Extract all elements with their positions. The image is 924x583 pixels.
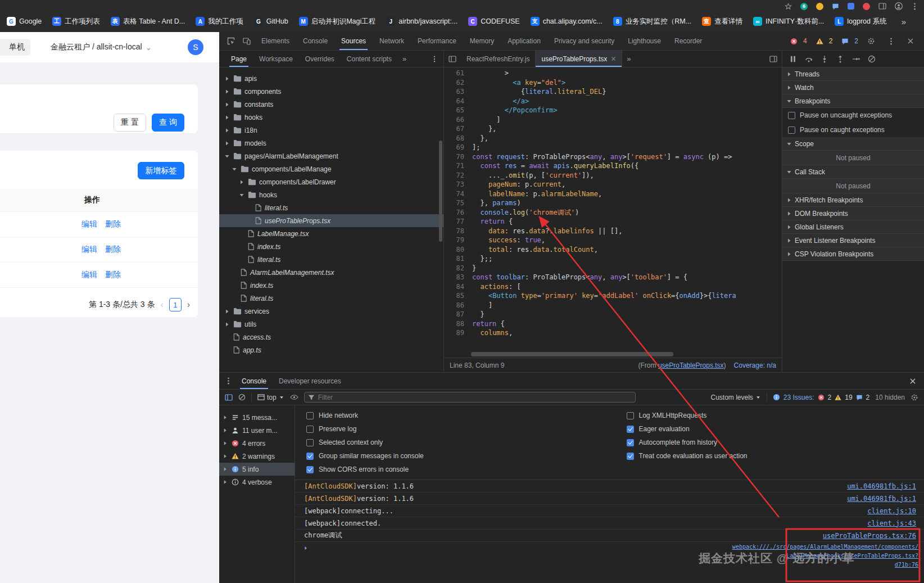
line-number[interactable]: 77	[444, 217, 464, 227]
section-breakpoints[interactable]: Breakpoints	[782, 94, 924, 108]
step-into-icon[interactable]	[821, 55, 828, 63]
tree-folder-hooks[interactable]: hooks	[219, 188, 443, 201]
deactivate-breakpoints-icon[interactable]	[868, 55, 876, 63]
delete-link[interactable]: 删除	[105, 219, 121, 229]
pause-script-icon[interactable]	[789, 55, 797, 63]
section-event-listener-breakpoints[interactable]: Event Listener Breakpoints	[782, 234, 924, 247]
line-number[interactable]: 82	[444, 264, 464, 273]
line-number[interactable]: 81	[444, 254, 464, 264]
bookmark-item-magi[interactable]: M启动并初识Magi工程	[299, 17, 376, 26]
delete-link[interactable]: 删除	[105, 270, 121, 280]
console-filter-2-warnings[interactable]: 2 warnings	[219, 450, 295, 463]
pagination-page-1[interactable]: 1	[169, 298, 182, 311]
tree-folder-models[interactable]: models	[219, 137, 443, 150]
tree-folder-components[interactable]: components	[219, 85, 443, 98]
step-icon[interactable]	[852, 55, 860, 63]
tree-file-index-ts[interactable]: index.ts	[219, 279, 443, 292]
checkbox-log-xmlhttprequests[interactable]	[627, 412, 634, 419]
checkbox-preserve-log[interactable]	[306, 426, 314, 433]
checkbox-eager-evaluation[interactable]	[627, 426, 634, 433]
code-area[interactable]: 61 >62 <a key="del">63 {literal.literal_…	[444, 67, 782, 351]
avatar[interactable]: S	[188, 39, 203, 55]
query-button[interactable]: 查 询	[152, 114, 184, 132]
checkbox-treat-code-evaluation-as-user-action[interactable]	[627, 453, 634, 460]
drawer-tab-developer-resources[interactable]: Developer resources	[273, 373, 347, 389]
line-number[interactable]: 89	[444, 328, 464, 338]
devtools-tab-network[interactable]: Network	[373, 32, 410, 50]
devtools-tab-elements[interactable]: Elements	[255, 32, 296, 50]
bookmark-item-chat-alipay-com-c[interactable]: 支chat.alipay.com/c...	[531, 17, 603, 26]
pagination-next-button[interactable]: ›	[187, 300, 190, 310]
close-drawer[interactable]	[909, 378, 916, 385]
section-global-listeners[interactable]: Global Listeners	[782, 220, 924, 234]
navigator-tab-overrides[interactable]: Overrides	[299, 51, 341, 67]
line-number[interactable]: 87	[444, 310, 464, 319]
console-filter-4-errors[interactable]: 4 errors	[219, 437, 295, 450]
edit-link[interactable]: 编辑	[81, 270, 97, 280]
section-dom-breakpoints[interactable]: DOM Breakpoints	[782, 207, 924, 220]
wrapped-source-line[interactable]: webpack:///./src/pages/AlarmLabelManagem…	[732, 543, 918, 552]
console-filter-5-info[interactable]: 5 info	[219, 463, 295, 476]
line-number[interactable]: 86	[444, 301, 464, 310]
tree-file-index-ts[interactable]: index.ts	[219, 240, 443, 253]
step-over-icon[interactable]	[805, 55, 813, 63]
devtools-tab-application[interactable]: Application	[501, 32, 547, 50]
devtools-tab-recorder[interactable]: Recorder	[668, 32, 708, 50]
console-sidebar-toggle-icon[interactable]	[225, 394, 233, 401]
section-threads[interactable]: Threads	[782, 67, 924, 81]
checkbox-autocomplete-from-history[interactable]	[627, 439, 634, 446]
line-number[interactable]: 65	[444, 106, 464, 115]
tree-folder-pages-alarmlabelmanagement[interactable]: pages/AlarmLabelManagement	[219, 150, 443, 162]
checkbox-group-similar-messages-in-console[interactable]	[306, 453, 314, 460]
issues-summary[interactable]: 23 Issues:2192	[773, 394, 869, 401]
section-csp-violation-breakpoints[interactable]: CSP Violation Breakpoints	[782, 247, 924, 261]
line-number[interactable]: 63	[444, 87, 464, 97]
section-xhr-fetch-breakpoints[interactable]: XHR/fetch Breakpoints	[782, 193, 924, 207]
coverage-link[interactable]: Coverage: n/a	[734, 361, 776, 369]
tree-folder-constants[interactable]: constants	[219, 98, 443, 111]
console-filter-4-verbose[interactable]: 4 verbose	[219, 476, 295, 489]
section-scope[interactable]: Scope	[782, 137, 924, 151]
line-number[interactable]: 68	[444, 134, 464, 143]
browser-menu-icon[interactable]	[911, 3, 918, 10]
hidden-count[interactable]: 10 hidden	[875, 394, 905, 401]
navigator-overflow-chevron[interactable]: »	[398, 55, 411, 63]
context-selector[interactable]: top	[257, 394, 284, 401]
bookmark-item-table-ant-d[interactable]: 表表格 Table - Ant D...	[111, 17, 185, 26]
line-number[interactable]: 69	[444, 143, 464, 152]
devtools-tab-console[interactable]: Console	[297, 32, 334, 50]
console-filter-11-user-m[interactable]: 11 user m...	[219, 424, 295, 437]
bookmark-item-[interactable]: 工工作项列表	[52, 17, 100, 26]
tree-folder-i18n[interactable]: i18n	[219, 124, 443, 137]
console-settings-gear-icon[interactable]	[911, 394, 918, 401]
issues-count-badge[interactable]: 2	[838, 37, 858, 45]
live-expression-icon[interactable]	[290, 393, 298, 401]
tenant-breadcrumb[interactable]: 金融云租户 / allsit-cn-local ⌄	[51, 32, 152, 62]
step-out-icon[interactable]	[836, 55, 844, 63]
tree-folder-components-labeldrawer[interactable]: components/LabelDrawer	[219, 175, 443, 188]
line-number[interactable]: 72	[444, 171, 464, 180]
pagination-prev-button[interactable]: ‹	[160, 300, 163, 310]
wrapped-source-line[interactable]: LabelManage/hooks/useProTableProps.tsx?	[732, 552, 918, 561]
drawer-menu-icon[interactable]	[225, 377, 232, 385]
bookmark-star-icon[interactable]	[785, 3, 792, 10]
line-number[interactable]: 85	[444, 291, 464, 301]
tree-folder-utils[interactable]: utils	[219, 318, 443, 331]
tree-file-literal-ts[interactable]: literal.ts	[219, 253, 443, 266]
tree-scrollbar[interactable]	[439, 141, 442, 242]
line-number[interactable]: 80	[444, 245, 464, 255]
tree-file-literal-ts[interactable]: literal.ts	[219, 201, 443, 214]
edit-link[interactable]: 编辑	[81, 245, 97, 255]
bookmark-item-[interactable]: A我的工作项	[196, 17, 243, 26]
line-number[interactable]: 84	[444, 282, 464, 292]
checkbox-hide-network[interactable]	[306, 412, 314, 419]
source-origin-link[interactable]: useProTableProps.tsx	[658, 361, 724, 369]
navigator-tab-workspace[interactable]: Workspace	[253, 51, 299, 67]
tree-file-labelmanage-tsx[interactable]: LabelManage.tsx	[219, 227, 443, 240]
devtools-tab-sources[interactable]: Sources	[335, 32, 372, 50]
console-filter-15-messa[interactable]: 15 messa...	[219, 411, 295, 424]
editor-tab-reactrefreshentry-js[interactable]: ReactRefreshEntry.js	[461, 51, 536, 67]
line-number[interactable]: 66	[444, 115, 464, 125]
editor-hscrollbar[interactable]	[444, 351, 782, 358]
message-source-link[interactable]: umi.046981fb.js:1	[836, 482, 916, 490]
